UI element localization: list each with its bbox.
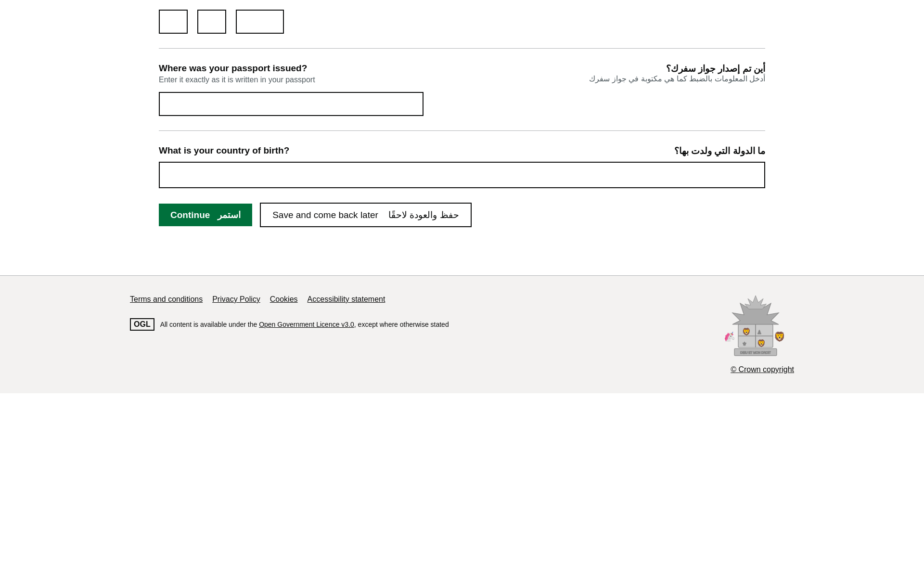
country-of-birth-left: What is your country of birth? bbox=[159, 145, 674, 158]
passport-issued-section: Where was your passport issued? Enter it… bbox=[159, 63, 765, 116]
country-of-birth-label-en: What is your country of birth? bbox=[159, 145, 674, 156]
passport-number-boxes bbox=[159, 0, 765, 48]
section-divider-1 bbox=[159, 48, 765, 49]
save-button[interactable]: Save and come back later حفظ والعودة لاح… bbox=[260, 203, 471, 227]
country-of-birth-label-ar: ما الدولة التي ولدت بها؟ bbox=[674, 145, 765, 156]
crown-copyright-link[interactable]: © Crown copyright bbox=[731, 365, 794, 374]
country-of-birth-question-row: What is your country of birth? ما الدولة… bbox=[159, 145, 765, 158]
svg-text:DIEU ET MON DROIT: DIEU ET MON DROIT bbox=[740, 351, 771, 354]
country-of-birth-section: What is your country of birth? ما الدولة… bbox=[159, 145, 765, 188]
footer-nav: Terms and conditions Privacy Policy Cook… bbox=[130, 295, 717, 304]
ogl-text: All content is available under the Open … bbox=[160, 321, 449, 328]
svg-text:⚜: ⚜ bbox=[742, 341, 747, 347]
crown-copyright: © Crown copyright bbox=[731, 365, 794, 374]
ogl-logo: OGL bbox=[130, 318, 154, 331]
passport-issued-right: أين تم إصدار جواز سفرك؟ أدخل المعلومات ب… bbox=[589, 63, 765, 83]
passport-issued-left: Where was your passport issued? Enter it… bbox=[159, 63, 589, 88]
footer-link-cookies[interactable]: Cookies bbox=[270, 295, 298, 304]
button-group: Continue استمر Save and come back later … bbox=[159, 203, 765, 227]
footer-left: Terms and conditions Privacy Policy Cook… bbox=[130, 295, 717, 331]
passport-issued-question-row: Where was your passport issued? Enter it… bbox=[159, 63, 765, 88]
continue-button[interactable]: Continue استمر bbox=[159, 204, 252, 226]
country-of-birth-right: ما الدولة التي ولدت بها؟ bbox=[674, 145, 765, 156]
passport-issued-hint-ar: أدخل المعلومات بالضبط كما هي مكتوبة في ج… bbox=[589, 74, 765, 83]
svg-text:🦄: 🦄 bbox=[724, 331, 735, 342]
passport-issued-input[interactable] bbox=[159, 92, 424, 116]
svg-text:🦁: 🦁 bbox=[742, 327, 751, 336]
ogl-link[interactable]: Open Government Licence v3.0 bbox=[259, 321, 354, 328]
passport-box-1 bbox=[159, 10, 188, 34]
section-divider-2 bbox=[159, 130, 765, 131]
footer: Terms and conditions Privacy Policy Cook… bbox=[0, 275, 924, 393]
footer-right: 🦁 ♟ ⚜ 🦁 🦄 🦁 DIEU ET MON DROIT bbox=[717, 295, 794, 374]
passport-issued-label-ar: أين تم إصدار جواز سفرك؟ bbox=[589, 63, 765, 74]
crown-logo: 🦁 ♟ ⚜ 🦁 🦄 🦁 DIEU ET MON DROIT bbox=[717, 295, 794, 358]
footer-link-accessibility[interactable]: Accessibility statement bbox=[308, 295, 385, 304]
svg-text:♟: ♟ bbox=[757, 329, 762, 335]
passport-box-2 bbox=[197, 10, 226, 34]
country-of-birth-input[interactable] bbox=[159, 162, 765, 188]
passport-issued-label-en: Where was your passport issued? bbox=[159, 63, 589, 74]
svg-text:🦁: 🦁 bbox=[774, 331, 785, 342]
footer-inner: Terms and conditions Privacy Policy Cook… bbox=[130, 295, 794, 374]
footer-link-terms[interactable]: Terms and conditions bbox=[130, 295, 203, 304]
footer-link-privacy[interactable]: Privacy Policy bbox=[212, 295, 260, 304]
passport-issued-hint-en: Enter it exactly as it is written in you… bbox=[159, 76, 589, 84]
passport-box-3 bbox=[236, 10, 284, 34]
svg-text:🦁: 🦁 bbox=[757, 339, 766, 348]
footer-ogl: OGL All content is available under the O… bbox=[130, 318, 717, 331]
svg-marker-10 bbox=[745, 296, 767, 309]
